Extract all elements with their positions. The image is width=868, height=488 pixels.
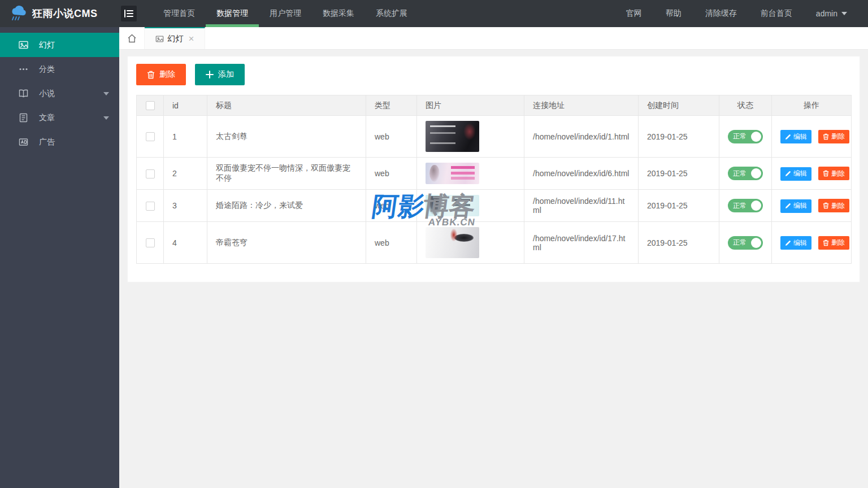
trash-icon [823,133,829,140]
row-delete-button[interactable]: 删除 [818,167,849,180]
sidebar-item-label: 小说 [39,89,55,99]
delete-button-label: 删除 [831,201,845,211]
edit-button[interactable]: 编辑 [780,167,811,181]
row-title: 太古剑尊 [207,116,366,158]
collapse-menu-icon[interactable] [121,6,137,21]
row-title: 帝霸苍穹 [207,222,366,264]
row-checkbox[interactable] [146,238,155,247]
column-header-id: id [164,95,207,116]
slide-thumbnail [426,195,479,216]
status-toggle[interactable]: 正常 [728,167,763,180]
column-header-link: 连接地址 [524,95,639,116]
add-button[interactable]: 添加 [195,64,245,85]
image-icon [155,35,164,43]
trash-icon [823,202,829,209]
toggle-knob [751,168,761,178]
sidebar-item-ads[interactable]: 广告 [0,130,119,154]
article-icon [19,113,28,123]
status-label: 正常 [733,169,747,178]
sidebar-item-slides[interactable]: 幻灯 [0,33,119,57]
bulk-delete-button[interactable]: 删除 [136,64,186,85]
sidebar-item-label: 幻灯 [39,40,55,50]
nav-item-admin-home[interactable]: 管理首页 [153,0,206,27]
column-header-actions: 操作 [772,95,852,116]
status-toggle[interactable]: 正常 [728,236,763,250]
status-toggle[interactable]: 正常 [728,130,763,143]
book-icon [19,89,28,98]
ad-icon [19,137,28,147]
nav-item-user-management[interactable]: 用户管理 [259,0,312,27]
toolbar: 删除 添加 [136,64,851,85]
row-created-date: 2019-01-25 [639,158,719,190]
slides-table: id 标题 类型 图片 连接地址 创建时间 状态 操作 1 太古剑尊 web /… [136,95,852,264]
edit-button-label: 编辑 [793,169,807,178]
chevron-down-icon [103,116,109,120]
edit-button-label: 编辑 [793,238,807,248]
trash-icon [147,71,155,79]
column-header-status: 状态 [719,95,772,116]
table-header-row: id 标题 类型 图片 连接地址 创建时间 状态 操作 [137,95,852,116]
pencil-icon [785,171,791,177]
ellipsis-icon [19,64,28,74]
row-title: 婚途陌路：冷少，来试爱 [207,190,366,222]
row-delete-button[interactable]: 删除 [818,130,849,143]
sidebar-item-categories[interactable]: 分类 [0,57,119,81]
row-delete-button[interactable]: 删除 [818,236,849,250]
slide-thumbnail [426,163,479,184]
chevron-down-icon [103,92,109,95]
tab-label: 幻灯 [168,34,184,44]
tab-slides[interactable]: 幻灯 × [145,27,205,49]
sidebar-item-label: 广告 [39,137,55,147]
row-id: 2 [164,158,207,190]
column-header-image: 图片 [417,95,524,116]
close-icon[interactable]: × [189,34,194,43]
nav-item-data-collection[interactable]: 数据采集 [312,0,365,27]
edit-button[interactable]: 编辑 [780,236,811,250]
toggle-knob [751,201,761,211]
nav-item-help[interactable]: 帮助 [654,0,693,27]
select-all-checkbox[interactable] [146,101,155,110]
edit-button[interactable]: 编辑 [780,130,811,143]
tab-bar: 幻灯 × [119,27,868,50]
user-dropdown[interactable]: admin [804,0,859,27]
pencil-icon [785,203,791,209]
row-link: /home/novel/index/id/1.html [524,116,639,158]
sidebar-item-articles[interactable]: 文章 [0,106,119,130]
row-created-date: 2019-01-25 [639,222,719,264]
row-title: 双面傲妻宠不停一吻情深，双面傲妻宠不停 [207,158,366,190]
row-link: /home/novel/index/id/17.html [524,222,639,264]
column-header-title: 标题 [207,95,366,116]
pencil-icon [785,134,791,140]
edit-button-label: 编辑 [793,132,807,142]
delete-button-label: 删除 [831,238,845,247]
nav-item-clear-cache[interactable]: 清除缓存 [693,0,749,27]
brand: 狂雨小说CMS [0,0,119,27]
trash-icon [823,239,829,246]
row-type: web [366,190,417,222]
status-toggle[interactable]: 正常 [728,199,763,212]
row-checkbox[interactable] [146,169,155,178]
row-delete-button[interactable]: 删除 [818,199,849,212]
row-checkbox[interactable] [146,202,155,211]
nav-item-system-extension[interactable]: 系统扩展 [365,0,418,27]
table-row: 4 帝霸苍穹 web /home/novel/index/id/17.html … [137,222,852,264]
nav-item-official-site[interactable]: 官网 [614,0,654,27]
nav-item-frontend-home[interactable]: 前台首页 [749,0,804,27]
row-link: /home/novel/index/id/6.html [524,158,639,190]
delete-button-label: 删除 [831,169,845,178]
row-id: 4 [164,222,207,264]
slide-thumbnail [426,121,479,152]
delete-button-label: 删除 [831,132,845,141]
home-tab-button[interactable] [119,27,145,49]
row-created-date: 2019-01-25 [639,190,719,222]
toggle-knob [751,238,761,248]
sidebar-item-novels[interactable]: 小说 [0,81,119,106]
edit-button[interactable]: 编辑 [780,199,811,213]
row-checkbox[interactable] [146,132,155,141]
image-icon [19,40,28,50]
row-type: web [366,116,417,158]
sidebar-item-label: 文章 [39,113,55,123]
sidebar-item-label: 分类 [39,64,55,75]
nav-item-data-management[interactable]: 数据管理 [206,0,259,27]
caret-down-icon [841,12,847,15]
